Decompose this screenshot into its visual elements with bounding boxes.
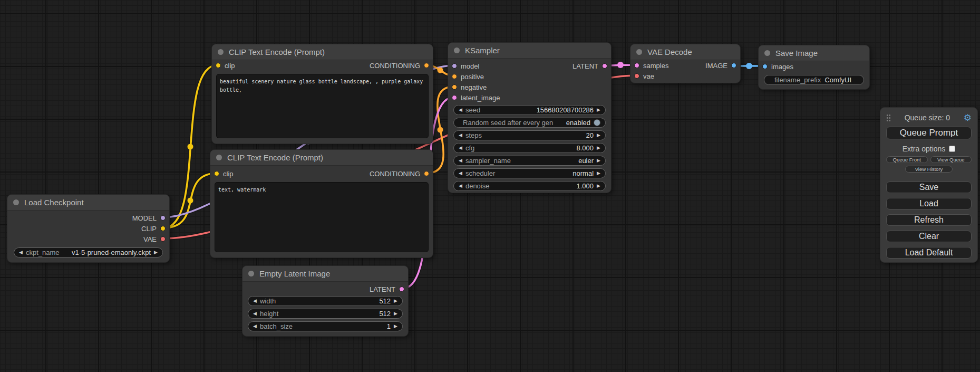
- extra-options-checkbox[interactable]: [949, 146, 955, 152]
- node-title-bar[interactable]: Empty Latent Image: [242, 266, 408, 282]
- widget-value: 156680208700286: [537, 106, 594, 114]
- node-title-bar[interactable]: VAE Decode: [630, 44, 740, 60]
- output-port-vae[interactable]: [160, 236, 166, 242]
- prompt-text-input[interactable]: beautiful scenery nature glass bottle la…: [216, 74, 429, 138]
- prompt-text-input[interactable]: text, watermark: [215, 182, 429, 252]
- node-graph-canvas[interactable]: Load Checkpoint MODEL CLIP VAE ◀ ckpt_na…: [0, 0, 980, 372]
- node-save-image[interactable]: Save Image images filename_prefix ComfyU…: [758, 45, 870, 90]
- toggle-icon[interactable]: [594, 119, 600, 126]
- widget-label: batch_size: [260, 322, 293, 330]
- input-label-samples: samples: [643, 62, 668, 70]
- input-port-clip[interactable]: [214, 171, 219, 176]
- width-widget[interactable]: ◀ width 512 ▶: [248, 296, 403, 306]
- collapse-dot-icon[interactable]: [764, 50, 770, 56]
- node-title-bar[interactable]: Save Image: [759, 45, 869, 61]
- ckpt-name-widget[interactable]: ◀ ckpt_name v1-5-pruned-emaonly.ckpt ▶: [14, 247, 163, 257]
- output-port-latent[interactable]: [399, 287, 404, 292]
- decrement-arrow-icon[interactable]: ◀: [253, 311, 257, 316]
- node-load-checkpoint[interactable]: Load Checkpoint MODEL CLIP VAE ◀ ckpt_na…: [7, 194, 170, 263]
- widget-value: 1.000: [577, 182, 594, 190]
- decrement-arrow-icon[interactable]: ◀: [253, 324, 257, 329]
- gear-icon[interactable]: ⚙: [964, 113, 972, 122]
- node-title: CLIP Text Encode (Prompt): [229, 47, 325, 56]
- filename-prefix-widget[interactable]: filename_prefix ComfyUI: [764, 75, 864, 85]
- collapse-dot-icon[interactable]: [636, 49, 642, 55]
- drag-handle-icon[interactable]: [886, 114, 891, 122]
- cfg-widget[interactable]: ◀ cfg 8.000 ▶: [453, 143, 606, 153]
- input-label-negative: negative: [461, 83, 487, 91]
- node-ksampler[interactable]: KSampler LATENT model positive negative …: [448, 42, 612, 193]
- decrement-arrow-icon[interactable]: ◀: [459, 184, 462, 188]
- decrement-arrow-icon[interactable]: ◀: [459, 171, 462, 176]
- view-history-button[interactable]: View History: [905, 166, 953, 173]
- decrement-arrow-icon[interactable]: ◀: [253, 299, 257, 303]
- node-title-bar[interactable]: Load Checkpoint: [7, 195, 169, 211]
- decrement-arrow-icon[interactable]: ◀: [459, 108, 462, 112]
- view-queue-button[interactable]: View Queue: [930, 156, 972, 163]
- input-port-negative[interactable]: [452, 84, 457, 90]
- input-port-latent-image[interactable]: [452, 95, 457, 100]
- collapse-dot-icon[interactable]: [216, 155, 222, 160]
- decrement-arrow-icon[interactable]: ◀: [459, 146, 462, 150]
- wire-midpoint-dot: [188, 144, 193, 150]
- input-port-images[interactable]: [762, 64, 768, 69]
- batch-size-widget[interactable]: ◀ batch_size 1 ▶: [248, 321, 403, 331]
- queue-prompt-button[interactable]: Queue Prompt: [886, 127, 972, 139]
- increment-arrow-icon[interactable]: ▶: [597, 108, 600, 112]
- widget-label: ckpt_name: [26, 249, 60, 256]
- increment-arrow-icon[interactable]: ▶: [394, 324, 397, 329]
- node-clip-text-encode-negative[interactable]: CLIP Text Encode (Prompt) clip CONDITION…: [210, 149, 433, 258]
- node-title: VAE Decode: [647, 47, 692, 56]
- output-label-conditioning: CONDITIONING: [370, 170, 420, 178]
- increment-arrow-icon[interactable]: ▶: [597, 184, 600, 188]
- queue-front-button[interactable]: Queue Front: [886, 156, 928, 163]
- output-port-image[interactable]: [731, 63, 736, 68]
- wire-midpoint-dot: [617, 62, 624, 68]
- increment-arrow-icon[interactable]: ▶: [597, 146, 600, 150]
- input-port-positive[interactable]: [452, 74, 457, 79]
- sampler-name-widget[interactable]: ◀ sampler_name euler ▶: [453, 156, 606, 166]
- output-port-latent[interactable]: [602, 63, 607, 69]
- extra-options-label: Extra options: [903, 145, 946, 153]
- load-default-button[interactable]: Load Default: [886, 247, 972, 259]
- input-port-model[interactable]: [452, 63, 457, 69]
- increment-arrow-icon[interactable]: ▶: [154, 250, 158, 255]
- node-clip-text-encode-positive[interactable]: CLIP Text Encode (Prompt) clip CONDITION…: [211, 44, 433, 144]
- save-button[interactable]: Save: [886, 182, 972, 193]
- increment-arrow-icon[interactable]: ▶: [597, 133, 600, 138]
- random-seed-toggle-widget[interactable]: Random seed after every gen enabled: [453, 118, 606, 128]
- decrement-arrow-icon[interactable]: ◀: [19, 250, 23, 255]
- output-port-clip[interactable]: [160, 226, 166, 231]
- output-port-conditioning[interactable]: [424, 171, 429, 176]
- load-button[interactable]: Load: [886, 198, 972, 209]
- output-label-image: IMAGE: [705, 62, 727, 70]
- collapse-dot-icon[interactable]: [13, 199, 19, 205]
- refresh-button[interactable]: Refresh: [886, 214, 972, 226]
- decrement-arrow-icon[interactable]: ◀: [459, 133, 462, 138]
- input-port-vae[interactable]: [634, 73, 639, 79]
- steps-widget[interactable]: ◀ steps 20 ▶: [453, 130, 606, 140]
- node-vae-decode[interactable]: VAE Decode samples IMAGE vae: [630, 44, 741, 83]
- denoise-widget[interactable]: ◀ denoise 1.000 ▶: [453, 181, 606, 191]
- height-widget[interactable]: ◀ height 512 ▶: [248, 309, 403, 319]
- output-port-model[interactable]: [160, 215, 166, 221]
- collapse-dot-icon[interactable]: [218, 49, 224, 55]
- increment-arrow-icon[interactable]: ▶: [597, 158, 600, 163]
- collapse-dot-icon[interactable]: [248, 271, 254, 276]
- output-port-conditioning[interactable]: [424, 63, 429, 68]
- decrement-arrow-icon[interactable]: ◀: [459, 158, 462, 163]
- increment-arrow-icon[interactable]: ▶: [394, 299, 397, 303]
- node-title-bar[interactable]: CLIP Text Encode (Prompt): [210, 150, 433, 166]
- collapse-dot-icon[interactable]: [454, 47, 460, 53]
- clear-button[interactable]: Clear: [886, 231, 972, 242]
- node-title-bar[interactable]: CLIP Text Encode (Prompt): [212, 44, 433, 60]
- seed-widget[interactable]: ◀ seed 156680208700286 ▶: [453, 105, 606, 115]
- node-empty-latent-image[interactable]: Empty Latent Image LATENT ◀ width 512 ▶ …: [242, 265, 409, 337]
- node-title-bar[interactable]: KSampler: [448, 43, 611, 59]
- input-port-clip[interactable]: [216, 63, 221, 68]
- increment-arrow-icon[interactable]: ▶: [597, 171, 600, 176]
- input-port-samples[interactable]: [634, 63, 639, 68]
- widget-value: ComfyUI: [824, 76, 851, 84]
- scheduler-widget[interactable]: ◀ scheduler normal ▶: [453, 168, 606, 178]
- increment-arrow-icon[interactable]: ▶: [394, 311, 397, 316]
